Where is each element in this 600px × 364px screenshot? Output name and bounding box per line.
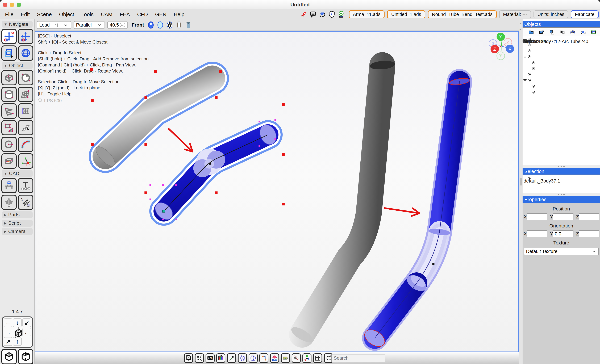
- shaded-view-icon[interactable]: [147, 21, 155, 29]
- mirror-icon[interactable]: [1, 195, 17, 210]
- sync-chat-icon[interactable]: [319, 10, 326, 18]
- axis-gizmo[interactable]: X Z Y Y X Z: [489, 33, 514, 60]
- marquee-icon[interactable]: [591, 29, 597, 35]
- grid-plane-icon[interactable]: [18, 87, 33, 102]
- lathe-icon[interactable]: [18, 103, 33, 119]
- cylinder-outline-icon[interactable]: [249, 354, 258, 363]
- document-tab[interactable]: Arma_11.ads: [349, 10, 385, 18]
- visibility-icon[interactable]: [527, 78, 532, 82]
- arc-wire-icon[interactable]: [570, 29, 576, 35]
- horizontal-splitter[interactable]: [523, 165, 600, 168]
- texture-select[interactable]: Default Texture: [524, 248, 599, 255]
- grid-icon[interactable]: [313, 354, 322, 363]
- gray-tube-right[interactable]: [289, 60, 395, 345]
- position-y-input[interactable]: [553, 213, 573, 220]
- splitter-grip[interactable]: [520, 178, 522, 186]
- diamond-mirror-icon[interactable]: [292, 354, 301, 363]
- visibility-icon[interactable]: [527, 55, 532, 59]
- expander-icon[interactable]: [523, 55, 527, 59]
- menu-item[interactable]: CFD: [133, 9, 151, 19]
- notch-count-icon[interactable]: 5: [18, 195, 33, 210]
- document-tab[interactable]: Material: ---: [499, 10, 531, 18]
- expander-icon[interactable]: [523, 72, 527, 77]
- panel-splitter[interactable]: ◂ ▸: [519, 19, 523, 364]
- nav-arrow-button[interactable]: ←: [4, 318, 12, 327]
- cube-solid-icon[interactable]: [1, 349, 17, 364]
- ramp-icon[interactable]: [1, 103, 17, 119]
- menu-item[interactable]: Tools: [78, 9, 97, 19]
- shader-icon[interactable]: Sh: [206, 354, 215, 363]
- sphere-icon[interactable]: [18, 70, 33, 85]
- tree-item[interactable]: default_Body37:1-Arc Tube192: [523, 54, 600, 60]
- shield-star-icon[interactable]: ★: [328, 10, 336, 18]
- document-tab[interactable]: Units: inches: [534, 10, 568, 18]
- rocket-icon[interactable]: [300, 10, 308, 18]
- collapse-left-icon[interactable]: ◂: [520, 21, 521, 25]
- nav-arrow-button[interactable]: ↗: [4, 337, 12, 346]
- visibility-icon[interactable]: [527, 72, 532, 77]
- menu-item[interactable]: Scene: [33, 9, 55, 19]
- collapsed-section-header[interactable]: ▶ Camera: [2, 228, 33, 235]
- section-object[interactable]: ▼ Object: [2, 62, 33, 69]
- box-select-icon[interactable]: [1, 46, 17, 61]
- search-input[interactable]: [331, 354, 385, 362]
- check-badge-icon[interactable]: [337, 10, 345, 18]
- expander-icon[interactable]: [523, 49, 527, 53]
- camera-box-icon[interactable]: [1, 153, 17, 169]
- orientation-z-input[interactable]: [579, 230, 599, 237]
- load-dropdown[interactable]: Load: [37, 21, 71, 29]
- blue-notched-tube-left[interactable]: [152, 122, 279, 223]
- collapsed-section-header[interactable]: ▶ Script: [2, 220, 33, 227]
- circle-radius-icon[interactable]: [1, 137, 17, 152]
- chat-icon[interactable]: [309, 10, 317, 18]
- tree-item[interactable]: Notch 2 24: [523, 66, 600, 72]
- expander-icon[interactable]: [523, 60, 527, 65]
- bridge-xx-icon[interactable]: XX: [1, 178, 17, 193]
- tree-item[interactable]: default_Body7:12-Arc Tube240: [523, 77, 600, 83]
- orientation-x-input[interactable]: [527, 230, 547, 237]
- menu-item[interactable]: File: [1, 9, 17, 19]
- visibility-icon[interactable]: [527, 49, 532, 53]
- arc-pair-icon[interactable]: [238, 354, 247, 363]
- checker-doc-icon[interactable]: [184, 354, 193, 363]
- folder-icon[interactable]: [528, 29, 534, 35]
- tube-solid-icon[interactable]: [184, 21, 192, 29]
- document-tab[interactable]: Untitled_1.ads: [387, 10, 425, 18]
- expander-icon[interactable]: [523, 78, 527, 82]
- nav-arrow-button[interactable]: →: [4, 328, 12, 337]
- path-edit-icon[interactable]: [18, 120, 33, 135]
- polygon-icon[interactable]: [1, 120, 17, 135]
- axis-xyz-icon[interactable]: YZX: [302, 354, 311, 363]
- section-cad[interactable]: ▼ CAD: [2, 170, 33, 177]
- light-icon[interactable]: [18, 153, 33, 169]
- gray-tube-left[interactable]: [93, 78, 212, 169]
- collapse-right-icon[interactable]: ▸: [520, 27, 521, 31]
- cylinder-icon[interactable]: [1, 87, 17, 102]
- horizontal-splitter[interactable]: [523, 193, 600, 196]
- tree-item[interactable]: Notch 2 24: [523, 60, 600, 66]
- nav-arrow-button[interactable]: ↙: [22, 318, 31, 327]
- projection-dropdown[interactable]: Parallel: [74, 21, 105, 29]
- tree-item[interactable]: Notch 2 24: [523, 83, 600, 89]
- pan-icon[interactable]: [18, 29, 33, 44]
- folder-shape-icon[interactable]: [539, 29, 544, 35]
- plain-view-icon[interactable]: [156, 21, 164, 29]
- expander-icon[interactable]: [523, 90, 527, 94]
- g-tag-icon[interactable]: G: [281, 354, 290, 363]
- fold-check-icon[interactable]: [270, 354, 279, 363]
- collapse-arrows-icon[interactable]: [195, 354, 204, 363]
- zebra-view-icon[interactable]: [166, 21, 174, 29]
- t-joint-icon[interactable]: [18, 178, 33, 193]
- visibility-icon[interactable]: [531, 84, 536, 89]
- visibility-icon[interactable]: [531, 60, 536, 65]
- section-navigate[interactable]: ▼ Navigate: [2, 21, 33, 28]
- collapsed-section-header[interactable]: ▶ Parts: [2, 211, 33, 218]
- zoom-value-field[interactable]: 40.5: [107, 21, 128, 29]
- expander-icon[interactable]: [523, 66, 527, 71]
- expander-icon[interactable]: [523, 84, 527, 89]
- pan-select-icon[interactable]: [1, 29, 17, 44]
- visibility-icon[interactable]: [531, 90, 536, 94]
- snap-line-icon[interactable]: [227, 354, 236, 363]
- document-tab[interactable]: Round_Tube_Bend_Test.ads: [428, 10, 497, 18]
- bezier-icon[interactable]: [18, 137, 33, 152]
